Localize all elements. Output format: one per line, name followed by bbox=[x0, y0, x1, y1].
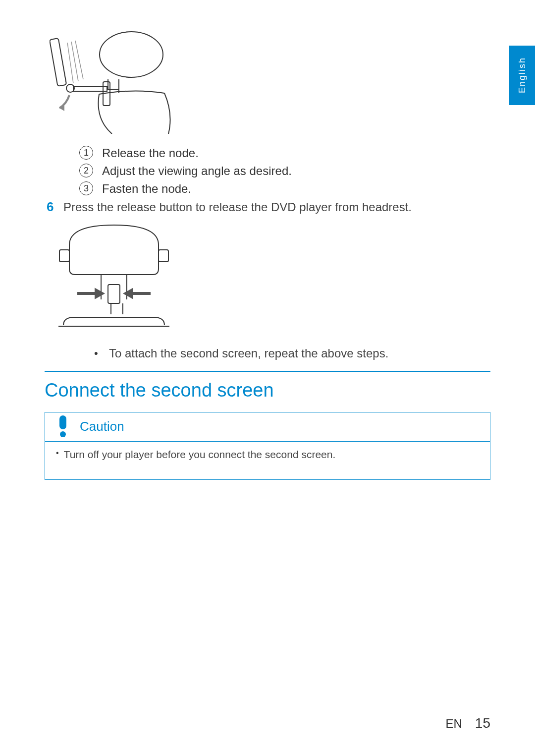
figure-adjust-angle bbox=[50, 30, 490, 136]
step-number: 6 bbox=[47, 199, 63, 215]
substeps-list: 1 Release the node. 2 Adjust the viewing… bbox=[79, 146, 490, 196]
step-6: 6 Press the release button to release th… bbox=[45, 199, 490, 215]
page-footer: EN 15 bbox=[446, 715, 491, 731]
section-heading: Connect the second screen bbox=[45, 380, 490, 401]
svg-marker-19 bbox=[124, 289, 133, 298]
footer-language: EN bbox=[446, 717, 462, 731]
figure-release-player bbox=[50, 220, 490, 336]
svg-rect-0 bbox=[50, 38, 66, 86]
svg-rect-9 bbox=[59, 250, 69, 262]
substep-item: 3 Fasten the node. bbox=[79, 181, 490, 196]
bullet-icon: • bbox=[94, 346, 109, 361]
language-tab: English bbox=[509, 46, 535, 105]
caution-title: Caution bbox=[80, 419, 124, 434]
caution-icon bbox=[56, 415, 70, 437]
svg-point-8 bbox=[100, 32, 163, 77]
substep-text: Fasten the node. bbox=[102, 181, 191, 196]
footer-page-number: 15 bbox=[475, 715, 490, 731]
svg-line-3 bbox=[75, 41, 83, 79]
caution-text: Turn off your player before you connect … bbox=[64, 449, 336, 461]
svg-marker-17 bbox=[95, 289, 104, 298]
circle-number-icon: 3 bbox=[79, 181, 93, 195]
substep-item: 1 Release the node. bbox=[79, 146, 490, 161]
section-divider bbox=[45, 371, 490, 372]
caution-body: • Turn off your player before you connec… bbox=[45, 442, 490, 479]
substep-text: Adjust the viewing angle as desired. bbox=[102, 164, 292, 178]
step-text: Press the release button to release the … bbox=[63, 199, 412, 215]
svg-rect-13 bbox=[108, 285, 120, 303]
caution-header: Caution bbox=[45, 412, 490, 441]
circle-number-icon: 1 bbox=[79, 146, 93, 160]
circle-number-icon: 2 bbox=[79, 164, 93, 177]
svg-rect-10 bbox=[159, 250, 168, 262]
substep-item: 2 Adjust the viewing angle as desired. bbox=[79, 164, 490, 178]
bullet-icon: • bbox=[56, 449, 59, 461]
bullet-note: • To attach the second screen, repeat th… bbox=[94, 346, 490, 361]
bullet-text: To attach the second screen, repeat the … bbox=[109, 346, 388, 361]
svg-rect-6 bbox=[73, 86, 107, 91]
substep-text: Release the node. bbox=[102, 146, 199, 161]
caution-callout: Caution • Turn off your player before yo… bbox=[45, 412, 490, 480]
language-tab-label: English bbox=[517, 57, 528, 93]
